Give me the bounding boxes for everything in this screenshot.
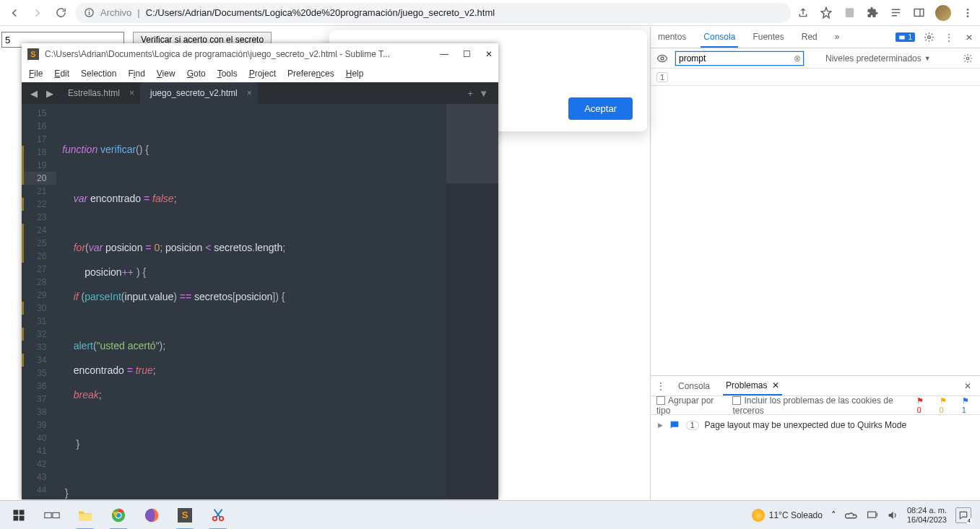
tab-juego-secreto[interactable]: juego_secreto_v2.html×	[140, 82, 258, 104]
tab-close-icon[interactable]: ×	[247, 88, 252, 98]
menu-edit[interactable]: Edit	[54, 69, 69, 79]
extensions-icon[interactable]	[866, 6, 879, 19]
devtools-tab-more[interactable]: »	[832, 27, 843, 48]
sublime-menubar: File Edit Selection Find View Goto Tools…	[22, 65, 498, 82]
menu-goto[interactable]: Goto	[187, 69, 206, 79]
issues-badge[interactable]: 1	[896, 32, 915, 42]
tray-chevron-icon[interactable]: ˄	[831, 510, 836, 520]
code-content[interactable]: function verificar() { var encontrado = …	[56, 104, 285, 499]
svg-rect-3	[845, 8, 853, 17]
tab-estrellas[interactable]: Estrellas.html×	[58, 82, 140, 104]
reading-list-icon[interactable]	[889, 6, 902, 19]
url-scheme: Archivo	[100, 7, 131, 18]
include-cookies-checkbox[interactable]: Incluir los problemas de las cookies de …	[732, 395, 906, 416]
profile-avatar[interactable]	[935, 5, 951, 21]
toolbar-right	[797, 5, 974, 21]
weather-widget[interactable]: 11°C Soleado	[752, 509, 823, 522]
devtools-tab-sources[interactable]: Fuentes	[750, 27, 786, 48]
devtools-tab-elements[interactable]: mentos	[655, 27, 689, 48]
clock-time: 08:24 a. m.	[907, 506, 947, 515]
menu-preferences[interactable]: Preferences	[287, 69, 334, 79]
volume-icon[interactable]	[887, 510, 898, 521]
network-icon[interactable]	[867, 510, 878, 520]
sublime-title: C:\Users\Adrian\Documents\Logica de prog…	[45, 49, 390, 59]
devtools-menu-icon[interactable]: ⋮	[942, 31, 955, 44]
firefox-icon[interactable]	[137, 501, 166, 530]
chrome-icon[interactable]	[104, 501, 133, 530]
drawer-tab-console[interactable]: Consola	[675, 376, 713, 395]
svg-rect-15	[14, 515, 19, 520]
drawer-tab-problems[interactable]: Problemas ✕	[723, 376, 782, 395]
code-editor[interactable]: 151617 181920 212223 242526 272829 30313…	[22, 104, 498, 499]
message-icon	[669, 419, 680, 431]
console-filter-input[interactable]	[675, 51, 804, 66]
weather-text: 11°C Soleado	[769, 510, 823, 520]
close-button[interactable]: ✕	[485, 49, 493, 59]
svg-rect-9	[900, 35, 906, 39]
back-button[interactable]	[6, 4, 23, 22]
bookmark-icon[interactable]	[820, 6, 833, 19]
expand-icon[interactable]: ▶	[658, 421, 663, 429]
menu-view[interactable]: View	[157, 69, 175, 79]
log-levels-dropdown[interactable]: Niveles predeterminados ▼	[825, 53, 931, 64]
drawer-close-icon[interactable]: ✕	[961, 380, 974, 393]
menu-selection[interactable]: Selection	[81, 69, 116, 79]
minimize-button[interactable]: —	[440, 49, 448, 59]
minimap-viewport[interactable]	[446, 104, 498, 183]
menu-project[interactable]: Project	[249, 69, 276, 79]
devtools-drawer: ⋮ Consola Problemas ✕ ✕ Agrupar por tipo…	[651, 375, 980, 500]
devtools-panel: mentos Consola Fuentes Red » 1 ⋮ ✕ ⊗ Niv…	[650, 27, 980, 500]
clear-filter-icon[interactable]: ⊗	[794, 53, 801, 64]
windows-taskbar: S 11°C Soleado ˄ 08:24 a. m. 16/04/2023 …	[0, 500, 980, 529]
sublime-titlebar[interactable]: S C:\Users\Adrian\Documents\Logica de pr…	[22, 43, 498, 65]
devtools-tab-console[interactable]: Consola	[701, 27, 738, 48]
issue-text: Page layout may be unexpected due to Qui…	[705, 420, 907, 430]
svg-point-7	[967, 12, 969, 14]
notification-count: 4	[966, 517, 972, 524]
menu-file[interactable]: File	[29, 69, 43, 79]
snip-tool-icon[interactable]	[204, 501, 233, 530]
dialog-accept-button[interactable]: Aceptar	[568, 97, 633, 120]
devtools-tab-network[interactable]: Red	[799, 27, 820, 48]
reload-button[interactable]	[52, 4, 69, 22]
console-info-row: 1	[651, 69, 980, 86]
warnings-flag[interactable]: ⚑ 0	[940, 396, 952, 414]
svg-rect-16	[19, 515, 25, 520]
notification-center-icon[interactable]: 4	[955, 507, 971, 523]
menu-help[interactable]: Help	[346, 69, 364, 79]
tab-close-icon[interactable]: ×	[129, 88, 134, 98]
console-settings-icon[interactable]	[961, 52, 974, 65]
new-tab-icon[interactable]: +	[468, 88, 474, 99]
info-flag[interactable]: ⚑ 1	[962, 396, 974, 414]
live-expression-icon[interactable]	[656, 52, 668, 65]
chrome-menu-icon[interactable]	[961, 6, 974, 19]
panel-icon[interactable]	[912, 6, 925, 19]
pdf-icon[interactable]	[843, 6, 856, 19]
menu-find[interactable]: Find	[128, 69, 144, 79]
task-view-icon[interactable]	[38, 501, 66, 530]
share-icon[interactable]	[797, 6, 810, 19]
devtools-close-icon[interactable]: ✕	[963, 31, 976, 44]
onedrive-icon[interactable]	[845, 510, 858, 520]
sublime-tabbar: ◀ ▶ Estrellas.html× juego_secreto_v2.htm…	[22, 82, 498, 104]
address-bar[interactable]: Archivo | C:/Users/Adrian/Documents/Logi…	[75, 3, 791, 23]
menu-tools[interactable]: Tools	[217, 69, 238, 79]
console-body[interactable]	[651, 86, 980, 375]
group-by-type-checkbox[interactable]: Agrupar por tipo	[656, 395, 722, 416]
clock[interactable]: 08:24 a. m. 16/04/2023	[907, 506, 947, 525]
svg-rect-18	[53, 512, 59, 517]
start-button[interactable]	[4, 501, 33, 530]
tab-prev-icon[interactable]: ◀	[26, 88, 42, 99]
sublime-taskbar-icon[interactable]: S	[170, 501, 199, 530]
errors-flag[interactable]: ⚑ 0	[916, 396, 929, 414]
tab-menu-icon[interactable]: ▼	[479, 88, 488, 99]
url-sep: |	[137, 7, 139, 18]
devtools-settings-icon[interactable]	[922, 31, 935, 44]
svg-point-10	[927, 36, 930, 39]
forward-button[interactable]	[29, 4, 46, 22]
issue-row[interactable]: ▶ 1 Page layout may be unexpected due to…	[651, 415, 980, 435]
file-explorer-icon[interactable]	[71, 501, 100, 530]
maximize-button[interactable]: ☐	[463, 49, 471, 59]
tab-next-icon[interactable]: ▶	[42, 88, 58, 99]
drawer-handle-icon[interactable]: ⋮	[656, 381, 665, 391]
